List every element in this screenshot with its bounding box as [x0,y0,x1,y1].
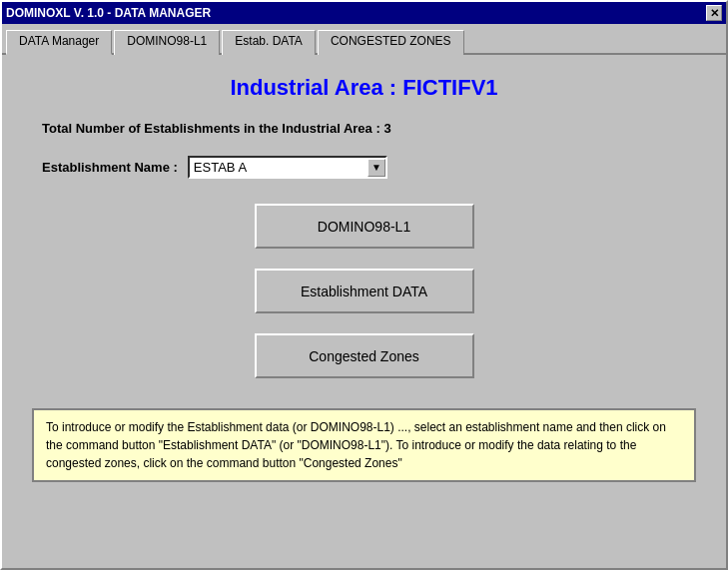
congested-zones-button[interactable]: Congested Zones [255,333,474,378]
tab-domino98-l1[interactable]: DOMINO98-L1 [114,30,220,55]
tab-congested-zones[interactable]: CONGESTED ZONES [318,30,464,55]
info-box: To introduce or modify the Establishment… [32,408,696,482]
window-title: DOMINOXL V. 1.0 - DATA MANAGER [6,6,211,20]
info-box-text: To introduce or modify the Establishment… [46,420,666,470]
tab-data-manager[interactable]: DATA Manager [6,30,112,55]
main-window: DOMINOXL V. 1.0 - DATA MANAGER ✕ DATA Ma… [0,0,728,570]
establishment-name-label: Establishment Name : [42,160,178,175]
title-bar: DOMINOXL V. 1.0 - DATA MANAGER ✕ [2,2,726,24]
establishment-form-row: Establishment Name : ESTAB A ESTAB B EST… [42,156,387,179]
establishment-dropdown-wrapper: ESTAB A ESTAB B ESTAB C ▼ [188,156,387,179]
estab-data-button[interactable]: Establishment DATA [255,269,474,313]
establishment-name-select[interactable]: ESTAB A ESTAB B ESTAB C [188,156,387,179]
content-area: Industrial Area : FICTIFV1 Total Number … [2,55,726,568]
domino98-l1-button[interactable]: DOMINO98-L1 [255,204,474,249]
tab-estab-data[interactable]: Estab. DATA [222,30,316,55]
close-button[interactable]: ✕ [706,5,722,21]
total-establishments-label: Total Number of Establishments in the In… [42,121,391,136]
tab-bar: DATA Manager DOMINO98-L1 Estab. DATA CON… [2,24,726,55]
page-title: Industrial Area : FICTIFV1 [230,75,497,101]
